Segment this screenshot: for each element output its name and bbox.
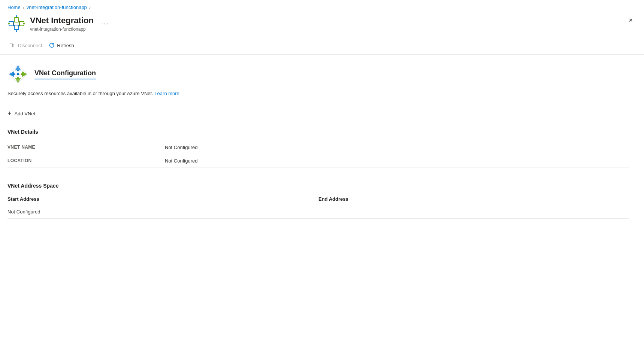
add-vnet-label: Add VNet <box>15 111 36 116</box>
breadcrumb-app[interactable]: vnet-integration-functionapp <box>27 4 87 10</box>
svg-rect-2 <box>14 25 19 30</box>
disconnect-icon <box>10 42 16 48</box>
vnet-name-label: VNet NAME <box>7 145 165 150</box>
svg-line-5 <box>13 24 14 27</box>
vnet-name-row: VNet NAME Not Configured <box>7 141 629 154</box>
svg-point-9 <box>16 30 17 32</box>
vnet-location-row: LOCATION Not Configured <box>7 154 629 168</box>
vnet-location-label: LOCATION <box>7 158 165 163</box>
vnet-location-value: Not Configured <box>165 158 197 164</box>
more-options-button[interactable]: ··· <box>98 18 112 29</box>
page-subtitle: vnet-integration-functionapp <box>30 27 94 32</box>
description-line: Securely access resources available in o… <box>7 91 629 101</box>
end-address-header: End Address <box>318 193 629 205</box>
page-header-left: VNet Integration vnet-integration-functi… <box>7 15 112 33</box>
add-vnet-button[interactable]: + Add VNet <box>7 109 35 118</box>
vnet-name-value: Not Configured <box>165 145 197 150</box>
learn-more-link[interactable]: Learn more <box>154 91 179 96</box>
content-area: VNet Configuration Securely access resou… <box>0 55 637 219</box>
svg-point-8 <box>16 15 17 17</box>
address-table-header-row: Start Address End Address <box>7 193 629 205</box>
refresh-icon <box>49 42 55 48</box>
toolbar: Disconnect Refresh <box>0 36 644 55</box>
disconnect-button[interactable]: Disconnect <box>7 40 46 51</box>
address-table-row: Not Configured <box>7 205 629 219</box>
breadcrumb-home[interactable]: Home <box>7 4 21 10</box>
svg-rect-1 <box>14 18 19 22</box>
end-address-value <box>318 205 629 219</box>
svg-line-12 <box>10 43 11 44</box>
page-title-group: VNet Integration vnet-integration-functi… <box>30 15 94 32</box>
svg-point-10 <box>8 23 10 24</box>
breadcrumb: Home › vnet-integration-functionapp › <box>0 0 644 13</box>
address-space-title: VNet Address Space <box>7 183 629 189</box>
vnet-details-title: VNet Details <box>7 129 629 135</box>
refresh-button[interactable]: Refresh <box>46 40 79 51</box>
address-space-table: Start Address End Address Not Configured <box>7 193 629 219</box>
start-address-header: Start Address <box>7 193 318 205</box>
breadcrumb-sep-1: › <box>23 5 24 10</box>
vnet-logo-area: VNet Configuration <box>7 64 629 85</box>
page-header: VNet Integration vnet-integration-functi… <box>0 13 644 33</box>
refresh-label: Refresh <box>57 43 74 48</box>
breadcrumb-sep-2: › <box>89 5 91 10</box>
vnet-config-title: VNet Configuration <box>34 69 96 79</box>
vnet-config-icon <box>7 64 28 85</box>
vnet-header-icon <box>7 15 25 33</box>
add-icon: + <box>7 110 12 117</box>
page-title: VNet Integration <box>30 15 94 26</box>
svg-point-11 <box>23 23 25 24</box>
description-text: Securely access resources available in o… <box>7 91 153 96</box>
close-button[interactable]: × <box>625 15 637 26</box>
disconnect-label: Disconnect <box>18 43 42 48</box>
svg-line-7 <box>19 24 19 27</box>
start-address-value: Not Configured <box>7 205 318 219</box>
svg-line-6 <box>19 20 19 23</box>
vnet-details-table: VNet NAME Not Configured LOCATION Not Co… <box>7 141 629 168</box>
